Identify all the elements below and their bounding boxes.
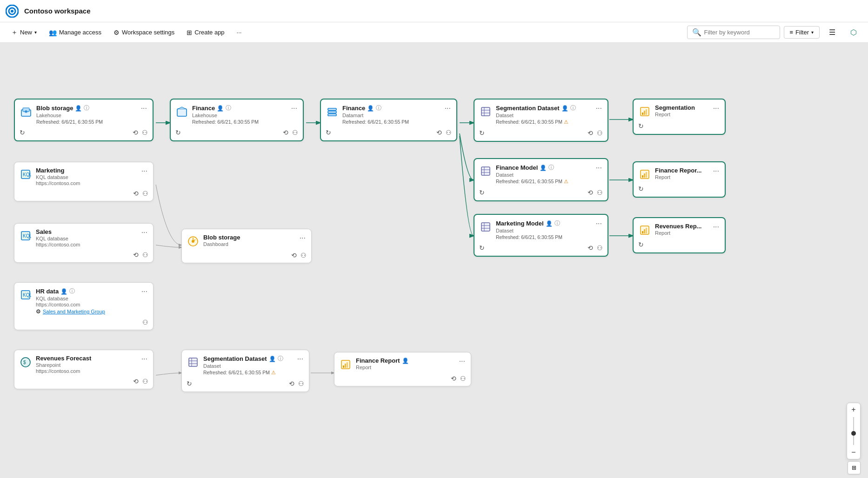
refresh-icon[interactable]: ↻	[175, 129, 181, 136]
workspace-settings-button[interactable]: ⚙ Workspace settings	[108, 27, 180, 39]
refresh-icon[interactable]: ↻	[20, 129, 25, 136]
card-menu-button[interactable]: ···	[458, 357, 466, 365]
card-menu-button[interactable]: ···	[595, 104, 603, 113]
card-menu-button[interactable]: ···	[140, 228, 148, 237]
warning-icon: ⚠	[564, 119, 568, 125]
link-icon[interactable]: ⚇	[300, 252, 307, 259]
app-icon: ⊞	[187, 29, 192, 36]
more-button[interactable]: ···	[231, 27, 247, 38]
person-icon: 👤	[269, 356, 276, 362]
link-icon[interactable]: ⚇	[298, 380, 304, 387]
link-icon[interactable]: ⚇	[142, 319, 148, 326]
card-menu-button[interactable]: ···	[595, 164, 603, 172]
refresh-icon[interactable]: ↻	[479, 189, 485, 196]
share-icon[interactable]: ⟲	[133, 378, 139, 385]
zoom-slider[interactable]	[853, 417, 854, 445]
zoom-in-button[interactable]: +	[847, 403, 860, 416]
refresh-icon[interactable]: ↻	[638, 122, 644, 130]
card-menu-button[interactable]: ···	[595, 219, 603, 228]
zoom-out-button[interactable]: −	[847, 446, 860, 459]
person-icon: 👤	[75, 105, 82, 112]
share-icon[interactable]: ⟲	[451, 375, 456, 382]
sales-kql-card: KQL Sales KQL database https://contoso.c…	[14, 223, 154, 263]
hr-data-kql-card: KQL HR data 👤 ⓘ KQL database https://con…	[14, 282, 154, 330]
link-icon[interactable]: ⚇	[597, 189, 603, 196]
filter-icon: ≡	[790, 29, 794, 36]
share-icon[interactable]: ⟲	[291, 252, 297, 259]
info-icon: ⓘ	[554, 219, 560, 227]
link-icon[interactable]: ⚇	[597, 129, 603, 137]
list-view-button[interactable]: ☰	[823, 26, 841, 39]
svg-rect-23	[644, 111, 645, 115]
refresh-icon[interactable]: ↻	[479, 129, 485, 137]
info-icon: ⓘ	[376, 104, 381, 112]
share-icon[interactable]: ⟲	[283, 129, 288, 136]
link-icon[interactable]: ⚇	[142, 251, 148, 259]
refresh-icon[interactable]: ↻	[638, 241, 644, 248]
link-icon[interactable]: ⚇	[142, 129, 148, 136]
report-icon	[638, 224, 651, 237]
group-link[interactable]: Sales and Marketing Group	[43, 309, 105, 314]
search-input[interactable]	[704, 29, 775, 36]
info-icon: ⓘ	[278, 355, 283, 363]
new-button[interactable]: ＋ New ▾	[6, 26, 42, 39]
link-icon[interactable]: ⚇	[597, 244, 603, 252]
search-box: 🔍	[687, 26, 780, 39]
dataset-icon	[187, 356, 200, 369]
share-icon[interactable]: ⟲	[133, 190, 139, 197]
card-menu-button[interactable]: ···	[712, 223, 720, 231]
finance-report-bottom-card: Finance Report 👤 Report ··· ⟲ ⚇	[334, 352, 471, 386]
share-icon[interactable]: ⟲	[133, 129, 138, 136]
share-icon[interactable]: ⟲	[133, 251, 139, 259]
card-menu-button[interactable]: ···	[140, 104, 148, 113]
info-icon: ⓘ	[226, 104, 231, 112]
card-menu-button[interactable]: ···	[140, 167, 148, 175]
card-menu-button[interactable]: ···	[140, 355, 148, 363]
card-menu-button[interactable]: ···	[712, 167, 720, 175]
refresh-icon[interactable]: ↻	[479, 244, 485, 252]
segmentation-dataset-bottom-card: Segmentation Dataset 👤 ⓘ Dataset Refresh…	[181, 350, 309, 392]
svg-rect-59	[345, 364, 346, 368]
filter-button[interactable]: ≡ Filter ▾	[784, 26, 820, 39]
link-icon[interactable]: ⚇	[142, 378, 148, 385]
refresh-icon[interactable]: ↻	[187, 380, 192, 387]
share-icon[interactable]: ⟲	[588, 189, 593, 196]
link-icon[interactable]: ⚇	[460, 375, 466, 382]
refresh-icon[interactable]: ↻	[638, 185, 644, 193]
card-menu-button[interactable]: ···	[140, 287, 148, 296]
manage-access-button[interactable]: 👥 Manage access	[43, 27, 107, 39]
link-icon[interactable]: ⚇	[446, 129, 452, 136]
svg-rect-24	[646, 109, 647, 115]
fit-icon: ⊞	[852, 465, 856, 471]
person-icon: 👤	[402, 358, 409, 364]
info-icon: ⓘ	[548, 164, 554, 172]
sharepoint-icon: $	[19, 356, 32, 369]
card-menu-button[interactable]: ···	[712, 104, 720, 113]
fit-view-button[interactable]: ⊞	[848, 461, 861, 474]
share-icon[interactable]: ⟲	[588, 244, 593, 252]
person-icon: 👤	[561, 105, 568, 112]
card-menu-button[interactable]: ···	[299, 234, 307, 242]
info-icon: ⓘ	[69, 287, 75, 295]
svg-rect-32	[646, 172, 647, 178]
group-icon: ⚙	[36, 308, 41, 315]
svg-text:$: $	[23, 360, 26, 365]
share-icon[interactable]: ⟲	[289, 380, 294, 387]
lakehouse-icon	[175, 105, 188, 118]
report-icon	[638, 105, 651, 118]
revenues-report-card: Revenues Rep... Report ··· ↻	[633, 217, 726, 253]
share-icon[interactable]: ⟲	[588, 129, 593, 137]
refresh-icon[interactable]: ↻	[326, 129, 331, 136]
finance-model-card: Finance Model 👤 ⓘ Dataset Refreshed: 6/6…	[474, 158, 608, 201]
link-icon[interactable]: ⚇	[292, 129, 298, 136]
svg-text:KQL: KQL	[23, 233, 31, 239]
create-app-button[interactable]: ⊞ Create app	[181, 27, 230, 39]
card-menu-button[interactable]: ···	[296, 355, 304, 363]
grid-view-button[interactable]: ⬡	[845, 26, 862, 39]
link-icon[interactable]: ⚇	[142, 190, 148, 197]
card-menu-button[interactable]: ···	[444, 104, 452, 113]
svg-rect-15	[328, 111, 336, 113]
card-menu-button[interactable]: ···	[290, 104, 298, 113]
share-icon[interactable]: ⟲	[436, 129, 442, 136]
svg-rect-25	[481, 167, 490, 175]
